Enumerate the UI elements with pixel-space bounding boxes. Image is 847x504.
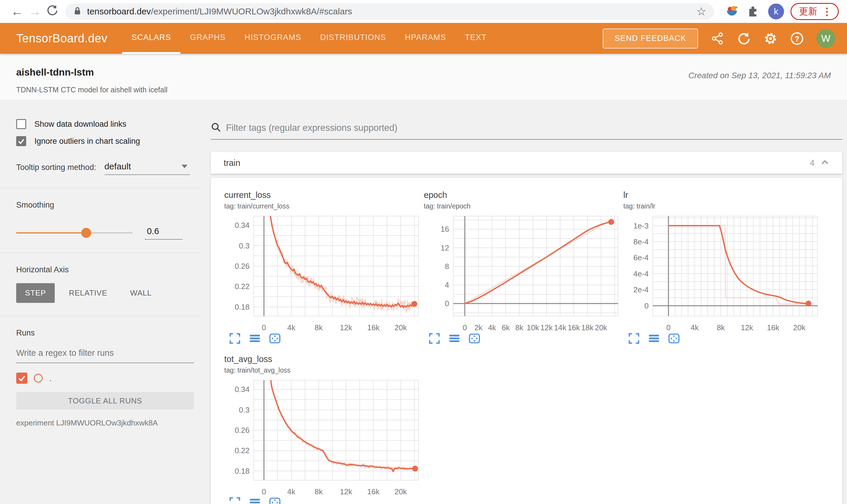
tooltip-sorting-select[interactable]: default bbox=[104, 161, 190, 175]
chart-card-lr: lrtag: train/lr02e-44e-46e-48e-41e-304k8… bbox=[623, 190, 823, 345]
run-checkbox[interactable] bbox=[16, 373, 28, 384]
divider bbox=[0, 188, 201, 188]
chart-fit-domain-icon[interactable] bbox=[468, 332, 480, 345]
account-avatar[interactable]: W bbox=[816, 29, 835, 48]
svg-text:2k: 2k bbox=[474, 323, 483, 332]
svg-text:1e-3: 1e-3 bbox=[633, 221, 649, 230]
chart-data-table-icon[interactable] bbox=[449, 332, 460, 345]
show-download-links-checkbox[interactable] bbox=[16, 119, 26, 129]
scalar-chart-plot[interactable]: 02e-44e-46e-48e-41e-304k8k12k16k20k bbox=[623, 213, 821, 332]
chart-expand-icon[interactable] bbox=[229, 497, 241, 504]
app-header: TensorBoard.dev SCALARS GRAPHS HISTOGRAM… bbox=[0, 23, 847, 54]
chart-data-table-icon[interactable] bbox=[648, 332, 660, 345]
svg-text:16k: 16k bbox=[767, 323, 780, 332]
share-icon[interactable] bbox=[710, 32, 725, 46]
chart-tag: tag: train/epoch bbox=[424, 202, 623, 210]
app-logo[interactable]: TensorBoard.dev bbox=[16, 32, 122, 45]
runs-label: Runs bbox=[16, 328, 194, 338]
tag-filter-input[interactable]: Filter tags (regular expressions support… bbox=[211, 122, 842, 140]
chart-fit-domain-icon[interactable] bbox=[668, 332, 680, 345]
horizontal-axis-label: Horizontal Axis bbox=[16, 265, 194, 274]
ignore-outliers-row[interactable]: Ignore outliers in chart scaling bbox=[16, 136, 194, 146]
svg-text:6k: 6k bbox=[501, 323, 510, 332]
collapse-chevron-icon[interactable] bbox=[820, 159, 829, 167]
svg-text:12k: 12k bbox=[741, 323, 754, 332]
svg-text:12k: 12k bbox=[340, 323, 352, 332]
svg-text:0.3: 0.3 bbox=[239, 241, 249, 250]
chart-data-table-icon[interactable] bbox=[249, 332, 261, 345]
toggle-all-runs-button[interactable]: TOGGLE ALL RUNS bbox=[16, 392, 194, 410]
run-name: . bbox=[49, 373, 52, 383]
scalar-chart-plot[interactable]: 0.180.220.260.30.3404k8k12k16k20k bbox=[224, 213, 422, 332]
browser-menu-icon[interactable]: ⋮ bbox=[822, 5, 832, 17]
svg-text:16k: 16k bbox=[568, 323, 581, 332]
svg-text:12k: 12k bbox=[540, 323, 553, 332]
browser-toolbar: ← → tensorboard.dev/experiment/LJI9MWUOR… bbox=[0, 0, 847, 23]
svg-text:6e-4: 6e-4 bbox=[633, 253, 649, 262]
chart-fit-domain-icon[interactable] bbox=[269, 332, 281, 345]
svg-text:0.26: 0.26 bbox=[235, 262, 249, 271]
svg-text:8k: 8k bbox=[515, 323, 523, 332]
chart-title: epoch bbox=[424, 190, 623, 200]
tag-group-name: train bbox=[224, 158, 240, 168]
smoothing-slider[interactable] bbox=[16, 232, 133, 233]
svg-text:0: 0 bbox=[644, 301, 649, 310]
tab-histograms[interactable]: HISTOGRAMS bbox=[235, 23, 311, 54]
svg-text:2e-4: 2e-4 bbox=[633, 285, 649, 294]
address-bar[interactable]: tensorboard.dev/experiment/LJI9MWUORLOw3… bbox=[65, 3, 714, 20]
svg-text:0.22: 0.22 bbox=[235, 446, 249, 455]
smoothing-label: Smoothing bbox=[16, 200, 194, 210]
browser-back-icon[interactable]: ← bbox=[8, 4, 26, 19]
chart-data-table-icon[interactable] bbox=[249, 497, 261, 504]
svg-text:4e-4: 4e-4 bbox=[633, 269, 649, 278]
help-icon[interactable]: ? bbox=[790, 32, 804, 46]
axis-step-button[interactable]: STEP bbox=[16, 283, 55, 303]
chart-fit-domain-icon[interactable] bbox=[269, 497, 281, 504]
chart-tag: tag: train/tot_avg_loss bbox=[224, 366, 424, 374]
settings-sidebar: Show data download links Ignore outliers… bbox=[0, 100, 206, 504]
axis-relative-button[interactable]: RELATIVE bbox=[60, 283, 116, 303]
svg-text:20k: 20k bbox=[793, 323, 806, 332]
svg-text:8e-4: 8e-4 bbox=[633, 237, 649, 246]
run-color-swatch[interactable] bbox=[34, 374, 43, 382]
svg-text:0: 0 bbox=[463, 323, 467, 332]
bookmark-star-icon[interactable]: ☆ bbox=[696, 5, 706, 18]
chrome-update-button[interactable]: 更新 ⋮ bbox=[791, 3, 839, 20]
send-feedback-button[interactable]: SEND FEEDBACK bbox=[603, 29, 698, 49]
show-download-links-row[interactable]: Show data download links bbox=[16, 119, 194, 129]
svg-text:?: ? bbox=[795, 34, 799, 43]
chart-expand-icon[interactable] bbox=[229, 332, 241, 345]
chart-tag: tag: train/current_loss bbox=[224, 202, 424, 210]
extensions-puzzle-icon[interactable] bbox=[747, 5, 759, 18]
runs-filter-input[interactable]: Write a regex to filter runs bbox=[16, 348, 194, 363]
checkbox-label: Ignore outliers in chart scaling bbox=[34, 137, 140, 146]
tab-graphs[interactable]: GRAPHS bbox=[180, 23, 235, 54]
tab-text[interactable]: TEXT bbox=[455, 23, 496, 54]
svg-text:4k: 4k bbox=[488, 323, 496, 332]
settings-gear-icon[interactable] bbox=[763, 32, 778, 46]
tab-hparams[interactable]: HPARAMS bbox=[396, 23, 455, 54]
smoothing-value-input[interactable]: 0.6 bbox=[144, 226, 183, 240]
divider bbox=[0, 253, 201, 253]
smoothing-slider-thumb[interactable] bbox=[81, 228, 91, 238]
tab-scalars[interactable]: SCALARS bbox=[122, 23, 180, 54]
chart-expand-icon[interactable] bbox=[429, 332, 440, 345]
scalar-chart-plot[interactable]: 0.180.220.260.30.3404k8k12k16k20k bbox=[224, 377, 422, 496]
axis-wall-button[interactable]: WALL bbox=[121, 283, 160, 303]
svg-text:4k: 4k bbox=[287, 487, 295, 496]
svg-text:12: 12 bbox=[440, 244, 449, 252]
experiment-name: aishell-tdnn-lstm bbox=[16, 67, 168, 78]
reload-data-icon[interactable] bbox=[737, 32, 751, 46]
scalar-chart-plot[interactable]: 048121602k4k6k8k10k12k14k16k18k20k bbox=[424, 213, 622, 332]
tab-distributions[interactable]: DISTRIBUTIONS bbox=[311, 23, 396, 54]
ignore-outliers-checkbox[interactable] bbox=[16, 136, 26, 146]
extension-fruit-icon[interactable] bbox=[725, 4, 739, 19]
svg-text:0: 0 bbox=[666, 323, 670, 332]
chart-expand-icon[interactable] bbox=[628, 332, 640, 345]
browser-forward-icon[interactable]: → bbox=[26, 4, 44, 19]
browser-profile-avatar[interactable]: k bbox=[768, 3, 784, 19]
tag-group-header[interactable]: train 4 bbox=[211, 152, 842, 174]
browser-refresh-icon[interactable] bbox=[44, 4, 61, 19]
svg-text:8k: 8k bbox=[716, 323, 725, 332]
experiment-description: TDNN-LSTM CTC model for aishell with ice… bbox=[16, 86, 168, 94]
